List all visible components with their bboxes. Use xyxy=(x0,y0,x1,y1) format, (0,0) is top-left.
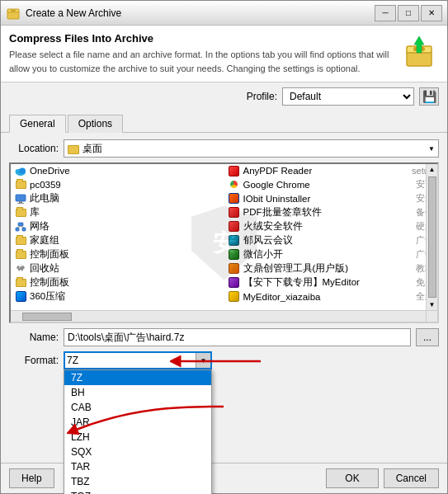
list-item[interactable]: 360压缩 xyxy=(11,289,224,303)
format-dropdown[interactable]: 7Z BH CAB JAR LZH SQX TAR TBZ TGZ YZI ZI… xyxy=(64,369,212,494)
list-item-label: 火绒安全软件 xyxy=(243,220,303,233)
dropdown-item-cab[interactable]: CAB xyxy=(64,400,211,415)
location-arrow-icon: ▼ xyxy=(428,145,435,153)
format-label: Format: xyxy=(9,355,59,366)
dropdown-item-jar[interactable]: JAR xyxy=(64,415,211,430)
list-item-label: IObit Uninstaller xyxy=(243,194,311,204)
mypc-icon xyxy=(14,193,27,205)
svg-rect-15 xyxy=(22,228,26,231)
list-item[interactable]: 家庭组 xyxy=(11,233,224,247)
controlpanel2-icon xyxy=(14,277,27,289)
close-button[interactable]: ✕ xyxy=(421,5,442,21)
cancel-button[interactable]: Cancel xyxy=(384,468,439,488)
list-item[interactable]: 控制面板 xyxy=(11,247,224,261)
bottom-right-buttons: OK Cancel xyxy=(326,468,439,488)
list-item[interactable]: 库 xyxy=(11,205,224,219)
list-item-label: pc0359 xyxy=(30,180,61,190)
huorong-icon xyxy=(228,221,241,233)
list-item[interactable]: 回收站 xyxy=(11,261,224,275)
tab-row: General Options xyxy=(1,111,447,133)
name-row: Name: ... xyxy=(9,328,439,346)
profile-label: Profile: xyxy=(247,91,277,102)
location-dropdown[interactable]: 桌面 ▼ xyxy=(64,139,439,158)
list-item[interactable]: 控制面板 xyxy=(11,275,224,289)
v-scrollbar[interactable]: ▲ ▼ xyxy=(426,164,437,310)
dropdown-item-sqx[interactable]: SQX xyxy=(64,445,211,459)
minimize-button[interactable]: ─ xyxy=(375,5,396,21)
anypdf-icon xyxy=(228,165,241,176)
homegroup-icon xyxy=(14,235,27,247)
library-icon xyxy=(14,207,27,219)
list-item[interactable]: 郁风云会议 广告 xyxy=(224,233,438,247)
svg-rect-11 xyxy=(19,201,22,203)
location-label: Location: xyxy=(9,143,59,154)
list-item[interactable]: MyEditor_xiazaiba 全屏 xyxy=(224,289,438,303)
main-window: Create a New Archive ─ □ ✕ Compress File… xyxy=(0,0,448,494)
dropdown-item-tbz[interactable]: TBZ xyxy=(64,474,211,489)
wechat-icon xyxy=(228,249,241,261)
tab-options[interactable]: Options xyxy=(68,115,123,133)
ok-button[interactable]: OK xyxy=(326,468,378,488)
h-scrollbar[interactable] xyxy=(11,310,426,322)
maximize-button[interactable]: □ xyxy=(398,5,419,21)
controlpanel1-icon xyxy=(14,249,27,261)
svg-rect-2 xyxy=(11,10,16,12)
list-item-label: 微信小开 xyxy=(243,248,283,261)
list-item[interactable]: 【安下下载专用】MyEditor 免费 xyxy=(224,275,438,289)
list-item[interactable]: 文鼎创管理工具(用户版) 教程 xyxy=(224,261,438,275)
list-item[interactable]: AnyPDF Reader setup xyxy=(224,164,438,177)
scroll-up-icon[interactable]: ▲ xyxy=(427,164,437,175)
dropdown-item-7z[interactable]: 7Z xyxy=(64,370,211,385)
list-item-label: MyEditor_xiazaiba xyxy=(243,292,321,302)
header-title: Compress Files Into Archive xyxy=(9,32,391,45)
svg-point-9 xyxy=(19,168,26,174)
dropdown-item-tar[interactable]: TAR xyxy=(64,459,211,474)
header-icon xyxy=(399,32,439,72)
list-item[interactable]: 微信小开 广告 xyxy=(224,247,438,261)
list-item[interactable]: PDF批量签章软件 备份 xyxy=(224,205,438,219)
list-item-label: 【安下下载专用】MyEditor xyxy=(243,276,360,289)
location-folder-icon xyxy=(68,145,79,154)
dropdown-item-lzh[interactable]: LZH xyxy=(64,430,211,445)
v-scrollbar-thumb[interactable] xyxy=(428,176,436,298)
header-text: Compress Files Into Archive Please selec… xyxy=(9,32,391,75)
list-item[interactable]: IObit Uninstaller 安装 xyxy=(224,191,438,205)
list-item[interactable]: 网络 xyxy=(11,219,224,233)
name-input[interactable] xyxy=(64,328,411,346)
scroll-down-icon[interactable]: ▼ xyxy=(427,299,437,310)
format-value: 7Z xyxy=(67,355,78,366)
myeditor-icon xyxy=(228,291,241,303)
network-icon xyxy=(14,221,27,233)
recycle-icon xyxy=(14,263,27,275)
h-scrollbar-thumb[interactable] xyxy=(22,313,72,321)
list-item[interactable]: 此电脑 xyxy=(11,191,224,205)
header-desc: Please select a file name and an archive… xyxy=(9,48,391,75)
list-item-label: 库 xyxy=(30,206,40,219)
yufeng-icon xyxy=(228,235,241,247)
wendingchuang-icon xyxy=(228,263,241,275)
profile-select[interactable]: Default xyxy=(282,87,414,106)
file-list: OneDrive AnyPDF Reader setup pc0359 xyxy=(11,164,437,303)
list-item[interactable]: pc0359 xyxy=(11,177,224,191)
browse-button[interactable]: ... xyxy=(416,328,439,346)
list-item-label: OneDrive xyxy=(30,166,70,176)
pc-icon xyxy=(14,179,27,191)
list-item-label: AnyPDF Reader xyxy=(243,166,313,176)
file-browser[interactable]: 安 OneDrive xyxy=(9,162,439,323)
svg-rect-12 xyxy=(17,203,24,204)
profile-save-button[interactable]: 💾 xyxy=(419,87,439,106)
help-button[interactable]: Help xyxy=(9,468,54,488)
list-item-label: 回收站 xyxy=(30,262,59,275)
header-section: Compress Files Into Archive Please selec… xyxy=(1,26,447,82)
window-icon xyxy=(6,6,21,21)
dropdown-item-tgz[interactable]: TGZ xyxy=(64,489,211,494)
dropdown-item-bh[interactable]: BH xyxy=(64,385,211,400)
list-item-label: Google Chrome xyxy=(243,180,310,190)
anxia-icon xyxy=(228,277,241,289)
list-item[interactable]: 火绒安全软件 硬盘 xyxy=(224,219,438,233)
onedrive-icon xyxy=(14,165,27,176)
list-item[interactable]: OneDrive xyxy=(11,164,224,177)
list-item[interactable]: Google Chrome 安下 xyxy=(224,177,438,191)
window-title: Create a New Archive xyxy=(26,7,375,19)
tab-general[interactable]: General xyxy=(9,115,66,133)
